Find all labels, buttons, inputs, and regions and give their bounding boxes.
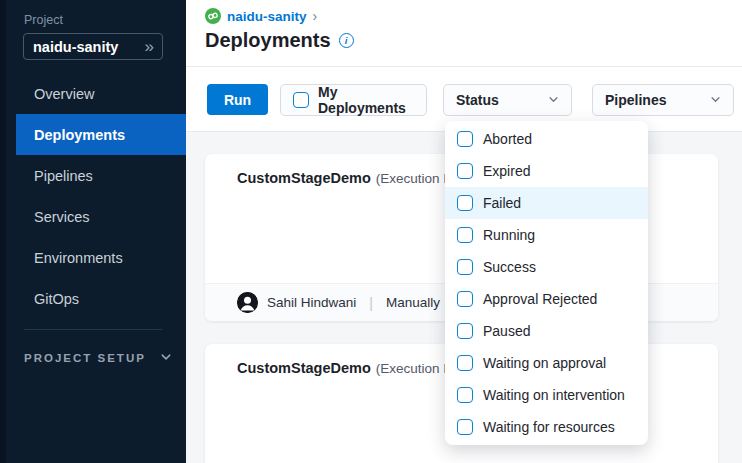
triggered-by: Sahil Hindwani (267, 295, 356, 310)
my-deployments-filter[interactable]: My Deployments (280, 84, 427, 116)
title-row: Deployments i (205, 29, 354, 52)
breadcrumb-chevron-icon: › (313, 8, 318, 24)
status-filter-dropdown[interactable]: Status (443, 84, 572, 116)
sidebar-item-gitops[interactable]: GitOps (0, 278, 186, 319)
pipelines-filter-dropdown[interactable]: Pipelines (592, 84, 734, 116)
project-name: naidu-sanity (24, 39, 145, 55)
sidebar-item-label: Deployments (34, 127, 125, 143)
execution-title[interactable]: CustomStageDemo(Execution Id (237, 359, 455, 377)
pipelines-filter-label: Pipelines (605, 92, 666, 108)
chevron-down-icon (710, 91, 721, 109)
project-setup-label: PROJECT SETUP (24, 352, 146, 364)
chevron-down-icon (160, 349, 172, 367)
sidebar-item-services[interactable]: Services (0, 196, 186, 237)
sidebar-item-pipelines[interactable]: Pipelines (0, 155, 186, 196)
status-option-expired[interactable]: Expired (445, 155, 648, 187)
status-option-waiting-for-resources[interactable]: Waiting for resources (445, 411, 648, 443)
status-option-waiting-on-intervention[interactable]: Waiting on intervention (445, 379, 648, 411)
pipeline-name: CustomStageDemo (237, 170, 371, 186)
sidebar-item-deployments[interactable]: Deployments (16, 114, 186, 155)
checkbox[interactable] (457, 291, 473, 307)
checkbox[interactable] (457, 419, 473, 435)
sidebar-item-label: Pipelines (34, 168, 93, 184)
option-label: Running (483, 227, 535, 243)
cd-module-icon (205, 8, 221, 24)
page-header: naidu-sanity › Deployments i (186, 0, 742, 67)
status-option-aborted[interactable]: Aborted (445, 123, 648, 155)
checkbox[interactable] (457, 227, 473, 243)
checkbox[interactable] (457, 131, 473, 147)
footer-separator: | (365, 295, 377, 311)
status-option-approval-rejected[interactable]: Approval Rejected (445, 283, 648, 315)
sidebar: Project naidu-sanity » Overview Deployme… (0, 0, 186, 463)
execution-id-text: (Execution Id (376, 171, 455, 186)
info-icon[interactable]: i (339, 33, 354, 48)
execution-title[interactable]: CustomStageDemo(Execution Id (237, 169, 455, 187)
run-button[interactable]: Run (207, 84, 268, 115)
option-label: Paused (483, 323, 530, 339)
checkbox[interactable] (457, 163, 473, 179)
user-avatar-icon (237, 292, 258, 313)
sidebar-divider (24, 329, 162, 330)
chevron-down-icon (548, 91, 559, 109)
status-option-failed[interactable]: Failed (445, 187, 648, 219)
status-dropdown-panel: Aborted Expired Failed Running Success A… (445, 121, 648, 445)
option-label: Approval Rejected (483, 291, 597, 307)
sidebar-item-overview[interactable]: Overview (0, 73, 186, 114)
checkbox[interactable] (457, 355, 473, 371)
option-label: Failed (483, 195, 521, 211)
sidebar-item-label: Services (34, 209, 90, 225)
option-label: Waiting on approval (483, 355, 606, 371)
project-label: Project (24, 13, 63, 27)
sidebar-item-label: Overview (34, 86, 94, 102)
status-option-success[interactable]: Success (445, 251, 648, 283)
breadcrumb-project-link[interactable]: naidu-sanity (227, 9, 307, 24)
sidebar-item-label: Environments (34, 250, 123, 266)
sidebar-nav: Overview Deployments Pipelines Services … (0, 73, 186, 319)
status-option-paused[interactable]: Paused (445, 315, 648, 347)
option-label: Waiting on intervention (483, 387, 625, 403)
status-option-waiting-on-approval[interactable]: Waiting on approval (445, 347, 648, 379)
pipeline-name: CustomStageDemo (237, 360, 371, 376)
project-selector[interactable]: naidu-sanity » (23, 33, 163, 60)
page-title: Deployments (205, 29, 331, 52)
trigger-type: Manually (386, 295, 440, 310)
option-label: Success (483, 259, 536, 275)
status-option-running[interactable]: Running (445, 219, 648, 251)
breadcrumb: naidu-sanity › (205, 8, 317, 24)
checkbox[interactable] (457, 259, 473, 275)
checkbox[interactable] (457, 195, 473, 211)
option-label: Waiting for resources (483, 419, 615, 435)
checkbox[interactable] (457, 323, 473, 339)
sidebar-item-label: GitOps (34, 291, 79, 307)
option-label: Expired (483, 163, 530, 179)
execution-id-text: (Execution Id (376, 361, 455, 376)
status-filter-label: Status (456, 92, 499, 108)
option-label: Aborted (483, 131, 532, 147)
project-setup-toggle[interactable]: PROJECT SETUP (24, 349, 172, 367)
main-area: naidu-sanity › Deployments i Run My Depl… (186, 0, 742, 463)
checkbox[interactable] (457, 387, 473, 403)
my-deployments-label: My Deployments (318, 84, 414, 116)
sidebar-item-environments[interactable]: Environments (0, 237, 186, 278)
project-expand-icon[interactable]: » (145, 38, 162, 55)
my-deployments-checkbox[interactable] (293, 92, 309, 108)
